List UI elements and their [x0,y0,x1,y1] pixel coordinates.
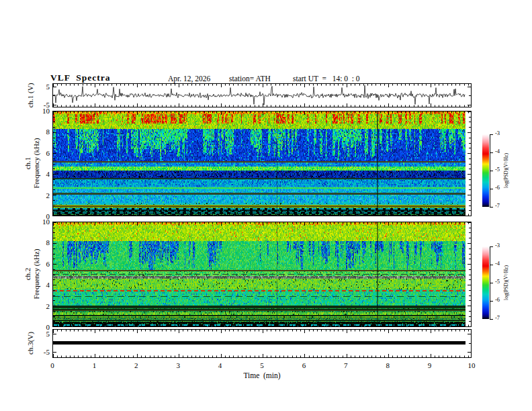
time-axis-title: Time (min) [222,371,302,380]
colorbar-ch1 [482,134,489,207]
ch2-spec-ytick-label: 2 [27,302,50,311]
ch1-wave-ytick-label: 5 [27,82,50,91]
start-ut-label: start UT = 14: 0 : 0 [293,75,360,83]
x-tick-label: 6 [294,361,314,370]
colorbar-tick [490,189,493,189]
ch1-frequency-axis-title: ch.1 Frequency (kHz) [24,138,40,189]
colorbar-tick-label: -4 [495,148,500,154]
x-tick-label: 4 [210,361,230,370]
ch1-label-line2: Frequency (kHz) [32,138,41,189]
ch2-spec-ytick-label: 8 [27,238,50,247]
ch2-spec-ytick-label: 4 [27,280,50,289]
colorbar-tick-label: -5 [495,278,500,285]
ch1-spec-ytick-label: 8 [27,127,50,136]
ch1-spec-ytick-label: 2 [27,191,50,200]
ch2-frequency-axis-title: ch.2 Frequency (kHz) [24,249,40,300]
colorbar-tick [490,319,493,320]
colorbar-tick-label: -6 [495,296,500,303]
x-tick-label: 5 [252,361,272,370]
colorbar-tick-label: -5 [495,166,500,173]
ch2-spectrogram-plot [52,222,472,327]
colorbar-tick [490,301,493,302]
colorbar-tick-label: -6 [495,184,500,191]
ch2-spec-ytick-label: 10 [27,217,50,226]
ch1-spec-ytick-label: 4 [27,169,50,179]
colorbar-tick-label: -7 [495,202,500,209]
ch1-spec-ytick-label: 10 [27,106,50,116]
x-tick-label: 2 [126,361,146,370]
x-tick-label: 9 [420,361,440,370]
colorbar-tick [490,171,493,171]
colorbar-ch2 [482,246,489,319]
station-label: station= ATH [229,75,271,83]
colorbar-tick [490,246,493,247]
ch1-spec-ytick-label: 6 [27,148,50,158]
x-tick-label: 7 [336,361,356,370]
colorbar-tick-label: -7 [495,314,500,321]
x-tick-label: 0 [42,361,62,370]
ch2-label-line1: ch.2 [24,249,32,300]
colorbar-ch1-title: log(PSD)(V²/Hz) [504,153,510,188]
colorbar-ch2-title: log(PSD)(V²/Hz) [504,265,510,300]
ch3-wave-ytick-label: 5 [27,329,50,338]
vlf-spectra-figure: VLF Spectra Apr. 12, 2026 station= ATH s… [0,0,532,411]
x-tick-label: 3 [168,361,188,370]
ch1-waveform-plot [52,83,472,107]
ch3-flatline-plot [52,329,472,358]
page-title: VLF Spectra [50,73,111,83]
colorbar-tick [490,134,493,135]
ch2-spec-ytick-label: 6 [27,259,50,269]
x-tick-label: 8 [378,361,398,370]
colorbar-tick [490,265,493,265]
ch3-wave-ytick-label: -5 [27,347,50,357]
ch1-label-line1: ch.1 [24,138,32,189]
x-tick-label: 10 [461,361,482,370]
colorbar-tick-label: -3 [495,242,500,248]
date-label: Apr. 12, 2026 [168,75,210,83]
x-tick-label: 1 [84,361,104,370]
ch1-spectrogram-plot [52,111,472,216]
ch2-label-line2: Frequency (kHz) [32,249,41,300]
colorbar-tick-label: -3 [495,130,500,136]
colorbar-tick [490,283,493,283]
colorbar-tick [490,207,493,208]
colorbar-tick-label: -4 [495,260,500,267]
colorbar-tick [490,152,493,153]
